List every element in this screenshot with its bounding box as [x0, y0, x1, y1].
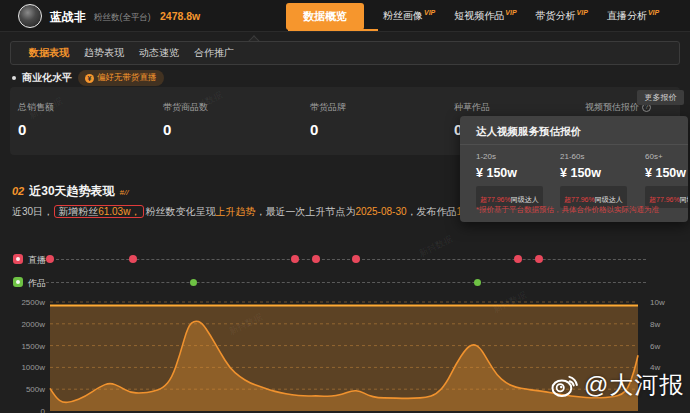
quote-price: ¥ 150w [560, 166, 640, 180]
nav-item-4[interactable]: 直播分析VIP [607, 9, 659, 23]
trend-summary: 近30日，新增粉丝61.03w，粉丝数变化呈现上升趋势，最近一次上升节点为202… [12, 205, 472, 219]
y-axis-left-label: 2500w [21, 298, 45, 307]
weibo-watermark: @大河报 [550, 369, 684, 401]
preference-badge: ¥ 偏好无带货直播 [78, 70, 164, 86]
section-index: 02 [12, 185, 24, 197]
commercialization-label: 商业化水平 [22, 71, 72, 85]
y-axis-left-label: 500w [26, 385, 45, 394]
live-legend-label: 直播 [28, 254, 46, 267]
nav-item-1[interactable]: 粉丝画像VIP [383, 9, 435, 23]
nav-item-2[interactable]: 短视频作品VIP [454, 9, 516, 23]
rank-peer-label: 同级达人 [511, 196, 539, 203]
y-axis-left-label: 2000w [21, 320, 45, 329]
stat-item-0: 总销售额0 [18, 101, 54, 138]
live-event-dot[interactable] [312, 255, 320, 263]
creator-name: 蓝战非 [50, 9, 86, 26]
timeline-dashed-line [46, 282, 646, 283]
vip-badge: VIP [424, 9, 435, 16]
section-title: 近30天趋势表现 [29, 183, 114, 200]
quote-column-2: 60s+¥ 150w超77.96%同级达人 [645, 152, 688, 208]
summary-text: 粉丝数变化呈现 [145, 206, 215, 217]
y-axis-left-label: 0 [41, 407, 46, 413]
vip-badge: VIP [505, 9, 516, 16]
summary-text: ，发布作品 [407, 206, 457, 217]
live-legend-icon [13, 254, 23, 264]
trend-section-heading: 02 近30天趋势表现 #// [12, 183, 129, 200]
rank-percent: 超77.96% [480, 196, 511, 203]
header-bar: 蓝战非 粉丝数(全平台) 2478.8w 数据概览粉丝画像VIP短视频作品VIP… [0, 0, 690, 32]
timeline-row-live: 直播 [0, 253, 690, 265]
stat-value: 0 [310, 121, 346, 138]
vip-badge: VIP [648, 9, 659, 16]
quote-price: ¥ 150w [645, 166, 688, 180]
commercialization-row: 商业化水平 ¥ 偏好无带货直播 [12, 70, 164, 86]
quote-column-1: 21-60s¥ 150w超77.96%同级达人 [560, 152, 640, 208]
live-event-dot[interactable] [291, 255, 299, 263]
tab-1[interactable]: 趋势表现 [84, 46, 124, 60]
nav-item-0[interactable]: 数据概览 [286, 3, 364, 30]
stat-label: 带货品牌 [310, 101, 346, 114]
rank-peer-label: 同级达人 [680, 196, 688, 203]
new-fans-value: 61.03w， [98, 206, 140, 217]
section-decor-icon: #// [120, 188, 129, 197]
sub-tab-bar: 数据表现趋势表现动态速览合作推广 [10, 41, 680, 65]
quote-price: ¥ 150w [476, 166, 556, 180]
stat-value: 0 [18, 121, 54, 138]
quote-duration: 21-60s [560, 152, 640, 161]
y-axis-left-label: 1500w [21, 342, 45, 351]
tab-3[interactable]: 合作推广 [194, 46, 234, 60]
trend-direction: 上升趋势 [215, 206, 255, 217]
works-legend-label: 作品 [28, 277, 46, 290]
tab-0[interactable]: 数据表现 [29, 46, 69, 60]
timeline-row-works: 作品 [0, 276, 690, 288]
quote-column-0: 1-20s¥ 150w超77.96%同级达人 [476, 152, 556, 208]
live-event-dot[interactable] [129, 255, 137, 263]
bullet-icon [12, 76, 16, 80]
tab-2[interactable]: 动态速览 [139, 46, 179, 60]
stat-item-2: 带货品牌0 [310, 101, 346, 138]
y-axis-left-label: 1000w [21, 363, 45, 372]
quote-duration: 1-20s [476, 152, 556, 161]
avatar[interactable] [18, 4, 42, 28]
rank-percent: 超77.96% [649, 196, 680, 203]
preference-badge-label: 偏好无带货直播 [97, 72, 157, 84]
popup-footnote: *报价基于平台数据预估，具体合作价格以实际沟通为准 [476, 205, 659, 215]
summary-text: 近30日， [12, 206, 53, 217]
rank-peer-label: 同级达人 [595, 196, 623, 203]
dashboard-page: 蓝战非 粉丝数(全平台) 2478.8w 数据概览粉丝画像VIP短视频作品VIP… [0, 0, 690, 413]
works-event-dot[interactable] [190, 279, 197, 286]
top-nav: 数据概览粉丝画像VIP短视频作品VIP带货分析VIP直播分析VIP [286, 2, 659, 30]
popup-title: 达人视频服务预估报价 [476, 125, 581, 139]
video-quote-popup: 达人视频服务预估报价 1-20s¥ 150w超77.96%同级达人21-60s¥… [460, 116, 688, 222]
weibo-icon [550, 370, 580, 400]
nav-item-3[interactable]: 带货分析VIP [536, 9, 588, 23]
stat-label: 带货商品数 [163, 101, 208, 114]
rise-date: 2025-08-30 [355, 206, 406, 217]
y-axis-right-label: 6w [650, 342, 660, 351]
live-event-dot[interactable] [352, 255, 360, 263]
weibo-handle: @大河报 [584, 369, 684, 401]
stat-label: 种草作品 [454, 101, 490, 114]
stat-value: 0 [163, 121, 208, 138]
coin-icon: ¥ [85, 74, 94, 83]
quote-duration: 60s+ [645, 152, 688, 161]
fans-count-value: 2478.8w [160, 10, 200, 22]
vip-badge: VIP [577, 9, 588, 16]
summary-text: 新增粉丝 [58, 206, 98, 217]
y-axis-right-label: 10w [650, 298, 665, 307]
works-legend-icon [13, 277, 23, 287]
stat-item-1: 带货商品数0 [163, 101, 208, 138]
stat-label: 总销售额 [18, 101, 54, 114]
rank-percent: 超77.96% [564, 196, 595, 203]
works-event-dot[interactable] [474, 279, 481, 286]
live-event-dot[interactable] [514, 255, 522, 263]
fans-count-label: 粉丝数(全平台) [94, 12, 151, 24]
y-axis-right-label: 8w [650, 320, 660, 329]
summary-text: ，最近一次上升节点为 [255, 206, 355, 217]
popup-divider [460, 144, 688, 145]
active-nav-underline [288, 29, 378, 31]
more-quotes-button[interactable]: 更多报价 [637, 90, 684, 105]
live-event-dot[interactable] [535, 255, 543, 263]
live-event-dot[interactable] [46, 255, 54, 263]
highlight-red-box: 新增粉丝61.03w， [54, 205, 144, 218]
